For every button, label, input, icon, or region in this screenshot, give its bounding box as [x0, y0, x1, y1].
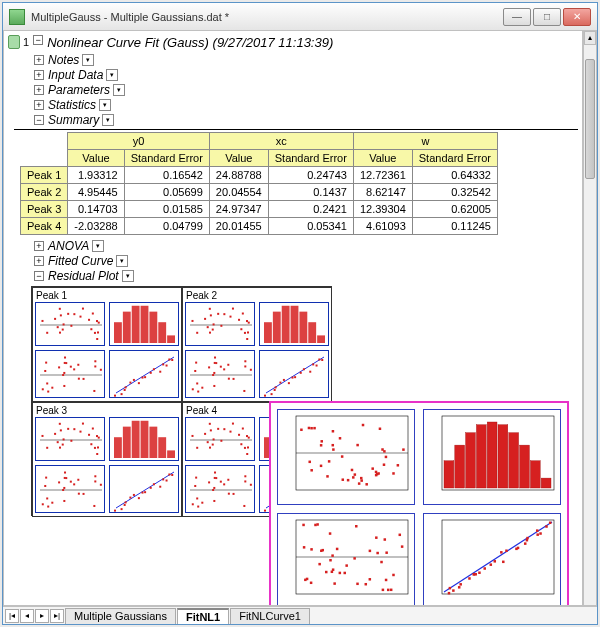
svg-rect-46: [45, 362, 47, 364]
cell: 0.11245: [412, 218, 497, 235]
sheet-tab[interactable]: FitNLCurve1: [230, 608, 310, 624]
svg-rect-255: [233, 493, 235, 495]
svg-rect-342: [329, 559, 332, 562]
svg-rect-323: [444, 461, 454, 488]
dropdown-icon[interactable]: ▾: [122, 270, 134, 282]
expand-icon[interactable]: +: [34, 85, 44, 95]
svg-rect-256: [195, 477, 197, 479]
section-notes[interactable]: +Notes▾: [34, 53, 578, 67]
svg-rect-79: [244, 332, 246, 334]
svg-rect-305: [332, 448, 335, 451]
sheet-tab[interactable]: Multiple Gaussians: [65, 608, 176, 624]
lock-icon[interactable]: [8, 35, 20, 49]
svg-rect-367: [310, 582, 313, 585]
enlarged-residual-panel[interactable]: [269, 401, 569, 606]
svg-rect-66: [162, 363, 164, 365]
svg-rect-101: [243, 390, 245, 392]
section-anova[interactable]: +ANOVA▾: [34, 239, 578, 253]
svg-rect-338: [380, 561, 383, 564]
section-summary[interactable]: −Summary▾: [34, 113, 578, 127]
svg-rect-288: [352, 476, 355, 479]
plot-cell-peak1[interactable]: Peak 1: [32, 287, 182, 402]
svg-rect-205: [159, 486, 161, 488]
expand-icon[interactable]: +: [34, 55, 44, 65]
section-parameters[interactable]: +Parameters▾: [34, 83, 578, 97]
svg-rect-92: [223, 313, 225, 315]
expand-icon[interactable]: +: [34, 100, 44, 110]
svg-rect-45: [83, 378, 85, 380]
svg-rect-8: [82, 308, 84, 310]
mini-plot: [185, 417, 255, 461]
section-fitted-curve[interactable]: +Fitted Curve▾: [34, 254, 578, 268]
minimize-button[interactable]: —: [503, 8, 531, 26]
svg-rect-364: [304, 579, 307, 582]
svg-rect-295: [365, 483, 368, 486]
vertical-scrollbar[interactable]: ▴: [583, 31, 597, 606]
svg-rect-191: [63, 487, 65, 489]
table-row[interactable]: Peak 24.954450.0569920.045540.14378.6214…: [21, 184, 498, 201]
table-row[interactable]: Peak 11.933120.1654224.887880.2474312.72…: [21, 167, 498, 184]
content-area: 1 − Nonlinear Curve Fit (Gauss) (9/27/20…: [3, 31, 583, 606]
svg-rect-319: [377, 472, 380, 475]
table-row[interactable]: Peak 30.147030.0158524.973470.242112.393…: [21, 201, 498, 218]
expand-icon[interactable]: +: [34, 241, 44, 251]
dropdown-icon[interactable]: ▾: [106, 69, 118, 81]
svg-rect-9: [94, 332, 96, 334]
svg-rect-388: [490, 563, 493, 566]
collapse-icon[interactable]: −: [34, 115, 44, 125]
dropdown-icon[interactable]: ▾: [92, 240, 104, 252]
svg-rect-106: [197, 391, 199, 393]
collapse-toggle[interactable]: −: [33, 35, 43, 45]
svg-rect-125: [271, 393, 273, 395]
svg-rect-350: [369, 578, 372, 581]
svg-rect-147: [62, 444, 64, 446]
cell: 0.2421: [268, 201, 353, 218]
titlebar[interactable]: MultipleGauss - Multiple Gaussians.dat *…: [3, 3, 597, 31]
svg-rect-65: [159, 371, 161, 373]
plot-cell-peak2[interactable]: Peak 2: [182, 287, 332, 402]
expand-icon[interactable]: +: [34, 256, 44, 266]
dropdown-icon[interactable]: ▾: [116, 255, 128, 267]
tab-nav-prev[interactable]: ◂: [20, 609, 34, 623]
dropdown-icon[interactable]: ▾: [82, 54, 94, 66]
section-input-data[interactable]: +Input Data▾: [34, 68, 578, 82]
svg-rect-126: [274, 389, 276, 391]
col-group-w: w: [353, 133, 497, 150]
svg-rect-283: [354, 473, 357, 476]
section-statistics[interactable]: +Statistics▾: [34, 98, 578, 112]
dropdown-icon[interactable]: ▾: [102, 114, 114, 126]
svg-rect-2: [96, 320, 98, 322]
tab-nav-last[interactable]: ▸|: [50, 609, 64, 623]
maximize-button[interactable]: □: [533, 8, 561, 26]
svg-rect-12: [90, 328, 92, 330]
svg-rect-95: [282, 306, 290, 343]
svg-rect-118: [250, 369, 252, 371]
close-button[interactable]: ✕: [563, 8, 591, 26]
svg-rect-341: [343, 572, 346, 575]
expand-icon[interactable]: +: [34, 70, 44, 80]
svg-rect-85: [196, 332, 198, 334]
svg-rect-44: [73, 368, 75, 370]
collapse-icon[interactable]: −: [34, 271, 44, 281]
svg-rect-198: [129, 497, 131, 499]
svg-rect-218: [232, 423, 234, 425]
svg-rect-91: [246, 338, 248, 340]
svg-rect-225: [196, 447, 198, 449]
scroll-thumb[interactable]: [585, 59, 595, 179]
dropdown-icon[interactable]: ▾: [99, 99, 111, 111]
scroll-up-icon[interactable]: ▴: [584, 31, 596, 45]
table-row[interactable]: Peak 4-2.032880.0479920.014550.053414.61…: [21, 218, 498, 235]
tab-nav-first[interactable]: |◂: [5, 609, 19, 623]
plot-cell-peak3[interactable]: Peak 3: [32, 402, 182, 517]
svg-rect-326: [476, 425, 486, 488]
svg-rect-194: [114, 510, 116, 512]
tab-nav-next[interactable]: ▸: [35, 609, 49, 623]
svg-rect-184: [73, 483, 75, 485]
svg-rect-360: [369, 550, 372, 553]
dropdown-icon[interactable]: ▾: [113, 84, 125, 96]
svg-rect-38: [70, 366, 72, 368]
svg-rect-50: [94, 365, 96, 367]
section-residual-plot[interactable]: −Residual Plot▾: [34, 269, 578, 283]
svg-rect-180: [58, 481, 60, 483]
sheet-tab[interactable]: FitNL1: [177, 608, 229, 624]
